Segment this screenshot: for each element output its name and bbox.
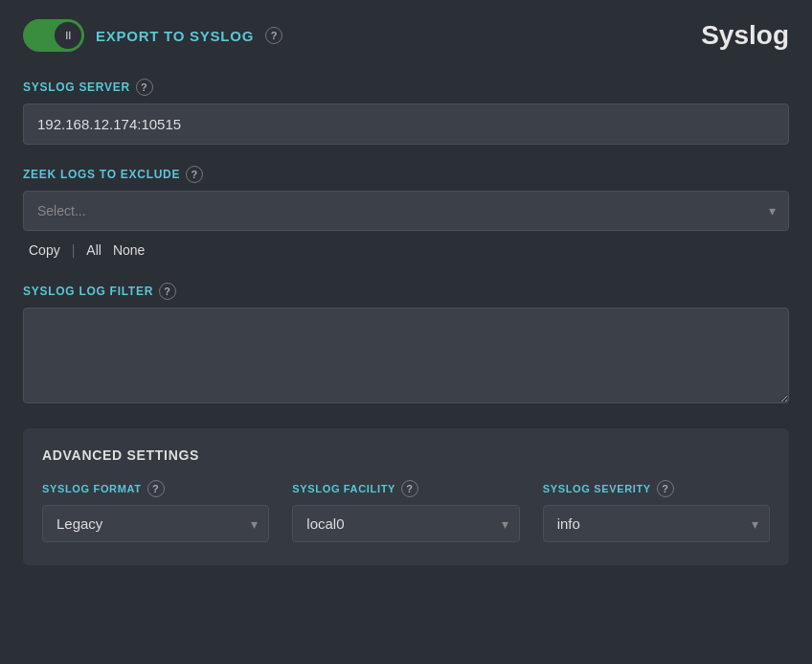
log-filter-textarea[interactable]: [23, 308, 789, 403]
syslog-facility-help-icon[interactable]: ?: [401, 480, 418, 497]
syslog-severity-field: SYSLOG SEVERITY ? emerg alert crit err w…: [543, 480, 770, 542]
zeek-logs-section: ZEEK LOGS TO EXCLUDE ? Select... ▾ Copy …: [23, 166, 789, 262]
syslog-facility-label: SYSLOG FACILITY: [292, 483, 395, 494]
zeek-logs-select-wrapper: Select... ▾: [23, 191, 789, 231]
advanced-grid: SYSLOG FORMAT ? Legacy RFC5424 ▾ SYSLOG …: [42, 480, 770, 542]
export-label: EXPORT TO SYSLOG: [96, 28, 254, 44]
header-row: ⏸ EXPORT TO SYSLOG ? Syslog: [23, 19, 789, 52]
page-container: ⏸ EXPORT TO SYSLOG ? Syslog SYSLOG SERVE…: [0, 0, 812, 664]
log-filter-section: SYSLOG LOG FILTER ?: [23, 283, 789, 407]
copy-divider: |: [66, 242, 81, 258]
syslog-severity-select-wrapper: emerg alert crit err warning notice info…: [543, 505, 770, 542]
zeek-logs-label: ZEEK LOGS TO EXCLUDE: [23, 168, 180, 181]
log-filter-help-icon[interactable]: ?: [159, 283, 176, 300]
syslog-facility-field: SYSLOG FACILITY ? local0 local1 local2 l…: [292, 480, 519, 542]
syslog-server-label: SYSLOG SERVER: [23, 80, 130, 94]
log-filter-label: SYSLOG LOG FILTER: [23, 285, 153, 298]
syslog-format-select-wrapper: Legacy RFC5424 ▾: [42, 505, 269, 542]
syslog-format-select[interactable]: Legacy RFC5424: [42, 505, 269, 542]
syslog-severity-help-icon[interactable]: ?: [657, 480, 674, 497]
syslog-format-field: SYSLOG FORMAT ? Legacy RFC5424 ▾: [42, 480, 269, 542]
copy-row: Copy | All None: [23, 239, 789, 262]
syslog-severity-label: SYSLOG SEVERITY: [543, 483, 651, 494]
syslog-format-label-row: SYSLOG FORMAT ?: [42, 480, 269, 497]
advanced-settings: ADVANCED SETTINGS SYSLOG FORMAT ? Legacy…: [23, 428, 789, 565]
syslog-format-label: SYSLOG FORMAT: [42, 483, 142, 494]
syslog-severity-select[interactable]: emerg alert crit err warning notice info…: [543, 505, 770, 542]
syslog-facility-select[interactable]: local0 local1 local2 local3 local4 local…: [292, 505, 519, 542]
all-button[interactable]: All: [80, 239, 107, 262]
advanced-settings-title: ADVANCED SETTINGS: [42, 447, 770, 463]
pause-icon: ⏸: [62, 30, 74, 41]
page-title: Syslog: [701, 20, 789, 51]
toggle-knob: ⏸: [55, 22, 81, 49]
export-toggle[interactable]: ⏸: [23, 19, 84, 52]
zeek-logs-select[interactable]: Select...: [23, 191, 789, 231]
log-filter-label-row: SYSLOG LOG FILTER ?: [23, 283, 789, 300]
syslog-facility-label-row: SYSLOG FACILITY ?: [292, 480, 519, 497]
header-left: ⏸ EXPORT TO SYSLOG ?: [23, 19, 282, 52]
syslog-server-label-row: SYSLOG SERVER ?: [23, 79, 789, 96]
syslog-facility-select-wrapper: local0 local1 local2 local3 local4 local…: [292, 505, 519, 542]
none-button[interactable]: None: [107, 239, 150, 262]
export-help-icon[interactable]: ?: [265, 27, 282, 44]
copy-button[interactable]: Copy: [23, 239, 66, 262]
syslog-server-input[interactable]: [23, 103, 789, 145]
syslog-server-help-icon[interactable]: ?: [136, 79, 153, 96]
syslog-server-section: SYSLOG SERVER ?: [23, 79, 789, 145]
syslog-format-help-icon[interactable]: ?: [147, 480, 165, 497]
zeek-logs-help-icon[interactable]: ?: [186, 166, 203, 183]
syslog-severity-label-row: SYSLOG SEVERITY ?: [543, 480, 770, 497]
zeek-logs-label-row: ZEEK LOGS TO EXCLUDE ?: [23, 166, 789, 183]
